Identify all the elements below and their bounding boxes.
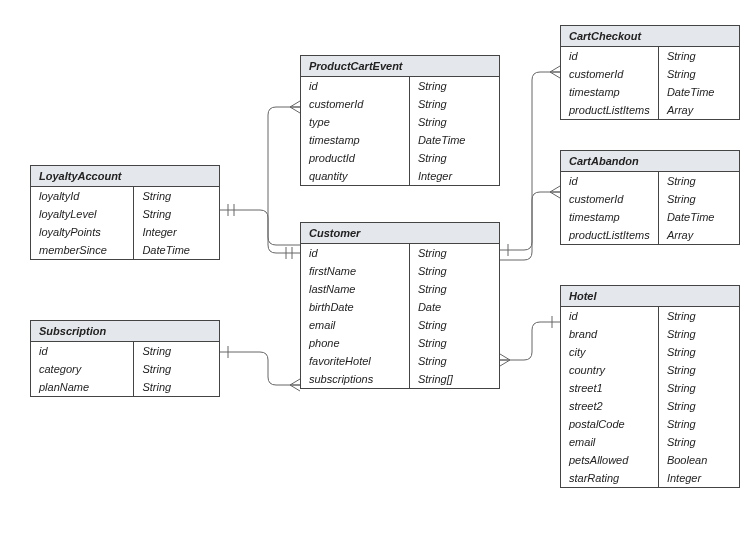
attr-row: cityString — [561, 343, 739, 361]
attr-type: String — [659, 65, 739, 83]
attr-type: Integer — [410, 167, 499, 185]
svg-line-5 — [290, 107, 300, 113]
attr-name: loyaltyPoints — [31, 223, 134, 241]
attr-row: loyaltyPointsInteger — [31, 223, 219, 241]
attr-row: categoryString — [31, 360, 219, 378]
attr-row: timestampDateTime — [561, 208, 739, 226]
attr-row: idString — [31, 342, 219, 360]
attr-row: timestampDateTime — [301, 131, 499, 149]
attr-name: country — [561, 361, 659, 379]
attr-row: brandString — [561, 325, 739, 343]
entity-cart-checkout: CartCheckout idString customerIdString t… — [560, 25, 740, 120]
attr-name: firstName — [301, 262, 410, 280]
attr-row: idString — [301, 244, 499, 262]
attr-name: id — [561, 172, 659, 190]
attr-name: starRating — [561, 469, 659, 487]
attr-name: id — [301, 77, 410, 95]
attr-row: planNameString — [31, 378, 219, 396]
attr-type: String — [134, 342, 219, 360]
attr-row: emailString — [561, 433, 739, 451]
attr-type: Array — [659, 101, 739, 119]
attr-type: String — [134, 187, 219, 205]
attr-name: postalCode — [561, 415, 659, 433]
attr-row: customerIdString — [301, 95, 499, 113]
attr-row: productListItemsArray — [561, 101, 739, 119]
attr-row: postalCodeString — [561, 415, 739, 433]
attr-type: String — [410, 149, 499, 167]
attr-row: idString — [561, 47, 739, 65]
attr-row: timestampDateTime — [561, 83, 739, 101]
entity-product-cart-event: ProductCartEvent idString customerIdStri… — [300, 55, 500, 186]
attr-name: timestamp — [561, 83, 659, 101]
attr-type: String — [659, 415, 739, 433]
svg-line-12 — [550, 72, 560, 78]
entity-title: ProductCartEvent — [301, 56, 499, 77]
attr-type: DateTime — [134, 241, 219, 259]
attr-name: planName — [31, 378, 134, 396]
attr-type: String — [659, 172, 739, 190]
entity-title: Subscription — [31, 321, 219, 342]
attr-row: street2String — [561, 397, 739, 415]
attr-type: String — [659, 190, 739, 208]
attr-name: customerId — [301, 95, 410, 113]
svg-line-15 — [550, 186, 560, 192]
attr-type: String — [659, 325, 739, 343]
attr-type: String — [410, 262, 499, 280]
attr-type: String — [134, 378, 219, 396]
attr-row: loyaltyIdString — [31, 187, 219, 205]
erd-canvas: ProductCartEvent idString customerIdStri… — [0, 0, 750, 546]
attr-type: String — [410, 352, 499, 370]
attr-type: String — [134, 205, 219, 223]
attr-type: String — [659, 433, 739, 451]
attr-type: String — [659, 343, 739, 361]
attr-type: Date — [410, 298, 499, 316]
attr-row: memberSinceDateTime — [31, 241, 219, 259]
attr-type: String — [659, 307, 739, 325]
attr-row: customerIdString — [561, 65, 739, 83]
attr-type: String — [410, 316, 499, 334]
svg-line-9 — [290, 385, 300, 391]
attr-row: customerIdString — [561, 190, 739, 208]
attr-name: memberSince — [31, 241, 134, 259]
attr-name: id — [301, 244, 410, 262]
attr-row: firstNameString — [301, 262, 499, 280]
entity-subscription: Subscription idString categoryString pla… — [30, 320, 220, 397]
attr-row: idString — [301, 77, 499, 95]
attr-type: Integer — [134, 223, 219, 241]
attr-name: city — [561, 343, 659, 361]
attr-name: loyaltyId — [31, 187, 134, 205]
attr-name: type — [301, 113, 410, 131]
attr-type: String — [410, 113, 499, 131]
attr-type: Integer — [659, 469, 739, 487]
attr-row: birthDateDate — [301, 298, 499, 316]
attr-type: String — [410, 95, 499, 113]
attr-row: phoneString — [301, 334, 499, 352]
svg-line-8 — [290, 379, 300, 385]
attr-name: id — [561, 47, 659, 65]
svg-line-18 — [500, 354, 510, 360]
attr-row: subscriptionsString[] — [301, 370, 499, 388]
attr-type: Array — [659, 226, 739, 244]
attr-row: emailString — [301, 316, 499, 334]
entity-title: Customer — [301, 223, 499, 244]
attr-name: customerId — [561, 190, 659, 208]
attr-type: Boolean — [659, 451, 739, 469]
attr-name: productListItems — [561, 101, 659, 119]
entity-customer: Customer idString firstNameString lastNa… — [300, 222, 500, 389]
entity-hotel: Hotel idString brandString cityString co… — [560, 285, 740, 488]
attr-type: String — [410, 244, 499, 262]
attr-type: String — [659, 397, 739, 415]
attr-name: lastName — [301, 280, 410, 298]
attr-name: timestamp — [561, 208, 659, 226]
attr-row: quantityInteger — [301, 167, 499, 185]
attr-row: productIdString — [301, 149, 499, 167]
svg-line-4 — [290, 101, 300, 107]
attr-row: starRatingInteger — [561, 469, 739, 487]
attr-type: DateTime — [659, 83, 739, 101]
attr-name: street2 — [561, 397, 659, 415]
attr-name: favoriteHotel — [301, 352, 410, 370]
entity-title: CartCheckout — [561, 26, 739, 47]
attr-name: customerId — [561, 65, 659, 83]
attr-name: brand — [561, 325, 659, 343]
attr-name: timestamp — [301, 131, 410, 149]
